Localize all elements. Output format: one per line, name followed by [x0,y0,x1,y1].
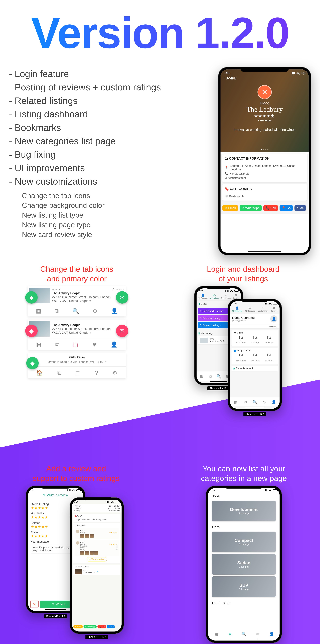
device-label: iPhone XR - 12.1 [243,412,266,416]
whatsapp-pill[interactable]: ✆ WhatsApp [84,625,97,628]
sub-feature-item: Change the tab icons [22,191,213,200]
phone-listing-detail: 1:18 ▸ TodayOpen all day Saturday09:00 -… [70,497,124,634]
category-card[interactable]: Sedan1 Listing [212,554,276,574]
category-card[interactable]: Development5 Listings [212,501,276,521]
settings-icon[interactable]: ⚙ [232,294,239,297]
category-item[interactable]: Restaurants [229,194,244,198]
tab-user-icon[interactable]: 👤 [269,400,279,404]
map-badge-icon[interactable]: ◆ [25,325,38,337]
tab-settings-icon[interactable]: ⚙ [112,370,117,376]
page-title: Version 1.2.0 [0,0,320,63]
logout-button[interactable]: ↦ Logout [230,324,279,328]
write-review-button[interactable]: ☆ Write a review [87,557,107,562]
tab-grid-icon[interactable]: ▦ [231,400,241,404]
back-label[interactable]: SWIPE [226,76,236,80]
tags-heading: TAGS: [77,515,83,517]
tab-globe-icon[interactable]: ⊕ [92,341,97,348]
category-card[interactable]: SUV1 Listing [212,576,276,597]
tab-globe-icon[interactable]: ⊕ [251,632,265,636]
cancel-button[interactable]: ✕ [30,600,39,608]
tab-search-icon[interactable]: 🔍 [250,400,259,404]
tab-map-icon[interactable]: ⬚ [76,370,81,376]
card-icon: 🗂 [225,156,228,160]
go-pill[interactable]: 📍 Go [107,625,115,628]
tab-copy-icon[interactable]: ⧉ [206,374,215,378]
section-real-estate: Real Estate [208,599,279,606]
tab-user-icon[interactable]: 👤 [111,308,118,314]
action-badge-icon[interactable]: ✉ [116,325,128,337]
sub-feature-item: New card review style [22,230,213,240]
contact-phone[interactable]: +44 20 1324 21 [230,172,249,175]
avatar-icon: 👤 [270,315,277,322]
tab-search-icon[interactable]: 🔍 [214,374,223,378]
section-jobs: Jobs [208,492,279,499]
call-pill[interactable]: 📞 Call [263,205,278,211]
tab-user-icon[interactable]: 👤 [111,341,117,348]
tab-grid-icon[interactable]: ▦ [198,374,206,378]
go-pill[interactable]: 📍 Go [279,205,293,211]
category-card[interactable]: Compact2 Listings [212,532,276,552]
tab-home-icon[interactable]: 🏠 [36,370,43,376]
section-cars: Cars [208,523,279,530]
place-kicker: Place [220,101,309,105]
bookmarks-icon[interactable]: ♡ [221,294,231,297]
tab-copy-icon[interactable]: ⧉ [223,632,237,636]
contact-email[interactable]: test@test.test [228,176,246,180]
listing-title[interactable]: Electric Cinema [69,356,85,358]
feature-item: - Bug fixing [9,148,213,161]
tab-user-icon[interactable]: 👤 [265,632,279,636]
tab-copy-icon[interactable]: ⧉ [241,400,250,404]
tab-map-icon[interactable]: ⬚ [73,341,78,348]
tab-grid-icon[interactable]: ▦ [209,632,223,636]
listing-title[interactable]: The Activity People [52,291,124,295]
recently-viewed-heading: Recently viewed [236,367,253,370]
email-pill[interactable]: ✉ Email [222,205,238,211]
tab-search-icon[interactable]: 🔍 [237,632,251,636]
whatsapp-pill[interactable]: ✆ WhatsApp [240,205,262,211]
pending-listings[interactable]: Pending Listings [202,317,221,320]
map-badge-icon[interactable]: ◆ [25,291,38,304]
published-listings[interactable]: Published Listings [202,310,223,312]
call-pill[interactable]: 📞 Call [97,625,106,628]
phone-dashboard-account: 1:20 👤My Account 🗂My Listings ♡Bookmarks… [228,299,282,411]
expired-listings[interactable]: Expired Listings [202,324,220,327]
sub-feature-item: Change background color [22,200,213,210]
email-pill[interactable]: ✉ Email [73,625,83,628]
tab-grid-icon[interactable]: ▦ [36,341,41,348]
views-heading: Views [236,332,243,334]
listing-addr: 27 Old Gloucester Street, Holborn, Londo… [52,295,124,299]
tab-copy-icon[interactable]: ⧉ [55,308,59,314]
share-icon[interactable]: ⇪ [291,72,294,76]
categories-heading: CATEGORIES [230,187,252,191]
listing-title[interactable]: The Activity People [52,323,124,327]
listing-thumb [200,338,208,343]
reviews-heading: REVIEWS [77,524,85,526]
category-icon: 🍽 [225,194,227,198]
tab-search-icon[interactable]: 🔍 [72,308,79,314]
account-icon[interactable]: 👤 [198,294,208,297]
tab-grid-icon[interactable]: ▦ [36,308,41,314]
tab-copy-icon[interactable]: ⧉ [57,370,61,376]
account-name: Nome Cognome [232,316,269,320]
tab-help-icon[interactable]: ? [95,370,98,376]
contact-address: Carlton Hill, Abbey Road, London, NW8 0E… [230,164,304,171]
facebook-pill[interactable]: f Fac [294,205,306,211]
caption-tabs: Change the tab icons and primary color [10,264,143,284]
tab-globe-icon[interactable]: ⊕ [93,308,97,314]
action-badge-icon[interactable]: ✉ [116,291,128,304]
place-review-count: 2 review/s [220,118,309,122]
contact-heading: CONTACT INFORMATION [229,156,269,160]
heart-icon[interactable]: ♡ [302,72,306,76]
feature-item: - Bookmarks [9,121,213,134]
listing-addr: Portobello Road, Colville, London, W11 2… [46,360,107,364]
feature-item: - UI improvements [9,161,213,175]
place-name: The Ledbury [220,105,309,113]
tab-copy-icon[interactable]: ⧉ [55,341,59,348]
feature-item: - Related listings [9,94,213,108]
comment-icon[interactable]: ▭ [296,72,300,76]
listings-icon[interactable]: 🗂 [210,294,219,297]
map-badge-icon[interactable]: ◆ [26,357,39,369]
tab-globe-icon[interactable]: ⊕ [259,400,269,404]
feature-item: - New categories list page [9,134,213,148]
mail-icon: ✉ [225,176,227,180]
